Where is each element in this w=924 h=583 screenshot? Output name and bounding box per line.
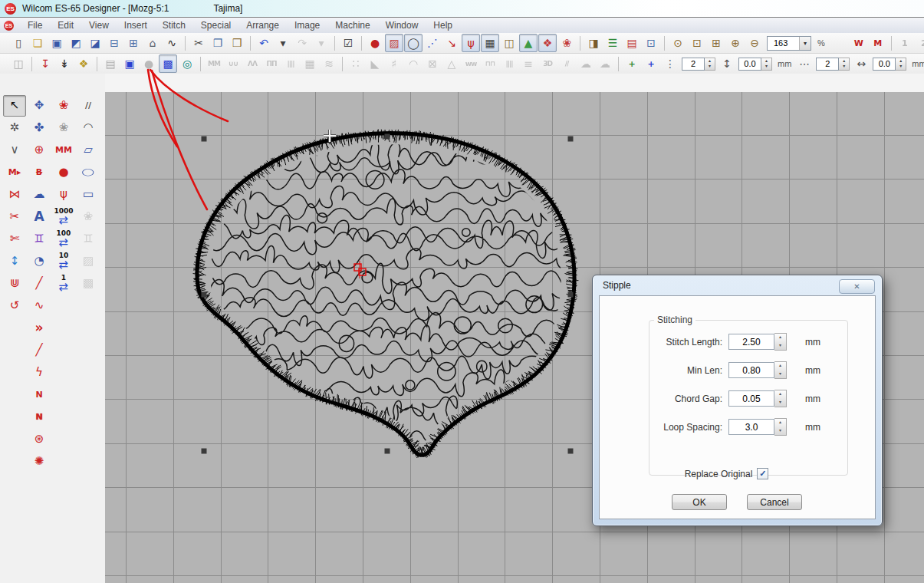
min-len-input[interactable]: 0.80: [728, 362, 774, 378]
spinner-arrows-icon[interactable]: ▴▾: [705, 58, 715, 71]
ok-button[interactable]: OK: [672, 494, 727, 510]
document-menu-icon[interactable]: ES: [4, 21, 14, 31]
fan-stitch-button[interactable]: ⋓: [3, 273, 26, 295]
zoom-1-1-button[interactable]: ⊙: [669, 34, 687, 52]
outlines-view-button[interactable]: ◯: [404, 34, 423, 52]
menu-image[interactable]: Image: [287, 18, 327, 32]
stitch-exit-point-button[interactable]: ↡: [55, 54, 74, 73]
loop-spacing-input[interactable]: 3.0: [728, 419, 774, 435]
needle-points-view-button[interactable]: ⋰: [423, 34, 442, 52]
zigzag-run-button[interactable]: ϟ: [28, 362, 51, 384]
vector-artwork-view-button[interactable]: ❖: [538, 34, 557, 52]
copy-button[interactable]: ❐: [209, 34, 227, 52]
offset-tool-button[interactable]: ↕: [718, 54, 736, 73]
lettering-button[interactable]: A: [28, 206, 51, 228]
stitch-angle-button[interactable]: ⋈: [3, 184, 26, 206]
insert-embroidery-button[interactable]: ❀: [52, 95, 75, 117]
loop-spacing-spinner[interactable]: ▴▾: [774, 418, 787, 436]
insert-artwork-button[interactable]: ❀: [52, 117, 75, 139]
save-design-button[interactable]: ▣: [48, 34, 66, 52]
export-machine-file-button[interactable]: M: [869, 34, 887, 52]
elastic-lettering-button[interactable]: ↕: [3, 251, 26, 272]
smart-digitize-button[interactable]: ∨: [3, 140, 26, 161]
color-film-button[interactable]: ▤: [623, 34, 641, 52]
manual-run-button[interactable]: »: [28, 318, 51, 339]
new-design-button[interactable]: ▯: [9, 34, 28, 52]
insert-machine-file-button[interactable]: W: [850, 34, 868, 52]
stitch-spacing-input[interactable]: 0.0▴▾: [873, 58, 906, 71]
select-object-button[interactable]: ↖: [3, 95, 26, 117]
measure-tool-button[interactable]: ╱: [28, 273, 51, 295]
remove-overlaps-button[interactable]: Β: [28, 162, 51, 183]
grid-view-button[interactable]: ▦: [481, 34, 499, 52]
design-properties-button[interactable]: ◨: [584, 34, 603, 52]
stitch-length-input[interactable]: 2.50: [728, 334, 774, 350]
spinner-arrows-icon[interactable]: ▴▾: [761, 58, 772, 71]
density-count-input[interactable]: 2▴▾: [816, 58, 850, 71]
paste-button[interactable]: ❒: [228, 34, 246, 52]
open-design-button[interactable]: ❏: [28, 34, 47, 52]
undo-dropdown-button[interactable]: ▾: [274, 34, 292, 52]
bitmap-artwork-view-button[interactable]: ▲: [519, 34, 538, 52]
free-rotate-button[interactable]: ↺: [3, 295, 26, 317]
arc-digitize-button[interactable]: ◠: [77, 117, 100, 139]
menu-help[interactable]: Help: [426, 18, 460, 32]
reshape-arc-button[interactable]: ◔: [28, 251, 51, 272]
open-curve-button[interactable]: N: [28, 384, 51, 406]
fold-shape-button[interactable]: ▱: [77, 140, 100, 161]
nudge-10-button[interactable]: 10⇄: [52, 251, 75, 272]
density-tool-button[interactable]: ⋯: [795, 54, 814, 73]
hatch-view-button[interactable]: ▨: [385, 34, 403, 52]
replace-original-checkbox[interactable]: ✓: [757, 468, 768, 479]
menu-file[interactable]: File: [20, 18, 50, 32]
spinner-arrows-icon[interactable]: ▴▾: [896, 58, 906, 71]
menu-stitch[interactable]: Stitch: [155, 18, 193, 32]
menu-view[interactable]: View: [81, 18, 117, 32]
align-grid-a-button[interactable]: +: [623, 54, 641, 73]
nudge-1-button[interactable]: 1⇄: [52, 273, 75, 295]
reshape-envelope-button[interactable]: ✤: [28, 117, 51, 139]
complex-fill-button[interactable]: ☁: [28, 184, 51, 206]
object-properties-button[interactable]: ⊡: [642, 34, 660, 52]
remove-stitches-button[interactable]: ✂: [3, 206, 26, 228]
menu-insert[interactable]: Insert: [117, 18, 155, 32]
undo-button[interactable]: ↶: [255, 34, 273, 52]
reshape-object-button[interactable]: ✥: [28, 95, 51, 117]
zoom-in-button[interactable]: ⊕: [726, 34, 745, 52]
slant-parallel-button[interactable]: ∕∕: [77, 95, 100, 117]
stitch-entry-point-button[interactable]: ↧: [36, 54, 54, 73]
outline-design-button[interactable]: ▣: [120, 54, 139, 73]
menu-machine[interactable]: Machine: [327, 18, 377, 32]
chord-gap-input[interactable]: 0.05: [728, 390, 774, 407]
save-design-version-button[interactable]: ◪: [86, 34, 104, 52]
stitch-player-button[interactable]: Μ▸: [3, 162, 26, 183]
column-stitch-button[interactable]: ●: [52, 162, 75, 183]
background-view-button[interactable]: ❀: [557, 34, 576, 52]
save-to-machine-button[interactable]: ◩: [67, 34, 85, 52]
nudge-100-button[interactable]: 100⇄: [52, 229, 75, 250]
manual-stitch-button[interactable]: ψ: [52, 184, 75, 206]
print-button[interactable]: ⊟: [105, 34, 123, 52]
run-stitch-line-button[interactable]: ╱: [28, 340, 51, 361]
closest-join-button[interactable]: ⊕: [28, 140, 51, 161]
eyelet-tool-button[interactable]: ⊛: [28, 429, 51, 450]
chevron-down-icon[interactable]: ▾: [799, 37, 811, 50]
zoom-level-combo[interactable]: 163▾: [767, 36, 811, 51]
radial-fill-button[interactable]: ✺: [28, 451, 51, 473]
ellipse-tool-button[interactable]: ◯: [77, 162, 100, 183]
zoom-out-button[interactable]: ⊖: [745, 34, 764, 52]
menu-arrange[interactable]: Arrange: [238, 18, 287, 32]
stipple-fill-button[interactable]: ▩: [159, 54, 177, 73]
stitch-width-button[interactable]: ΜΜ: [52, 140, 75, 161]
thread-colors-button[interactable]: ☰: [603, 34, 622, 52]
zoom-box-button[interactable]: ⊡: [688, 34, 706, 52]
hoop-view-button[interactable]: ◫: [500, 34, 518, 52]
connect-machine-button[interactable]: ∿: [163, 34, 181, 52]
connectors-view-button[interactable]: ↘: [442, 34, 461, 52]
stitches-view-button[interactable]: ●: [366, 34, 384, 52]
closed-curve-button[interactable]: N: [28, 407, 51, 428]
zoom-to-fit-button[interactable]: ⊞: [707, 34, 725, 52]
offset-outline-button[interactable]: ◎: [178, 54, 196, 73]
spinner-arrows-icon[interactable]: ▴▾: [839, 58, 850, 71]
polygon-select-button[interactable]: ✲: [3, 117, 26, 139]
